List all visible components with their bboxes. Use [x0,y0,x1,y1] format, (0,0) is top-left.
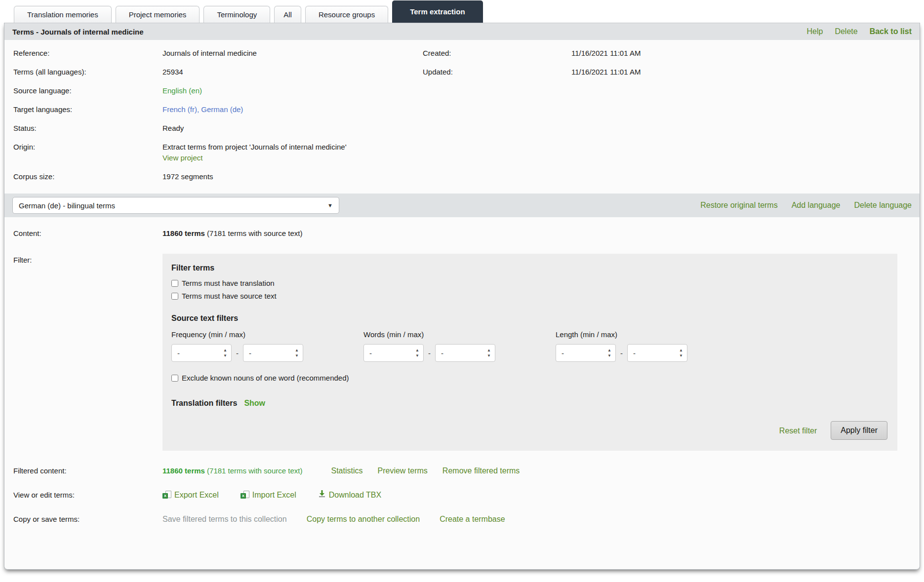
status-label: Status: [13,123,162,133]
terms-all-label: Terms (all languages): [13,67,162,77]
frequency-group-label: Frequency (min / max) [171,329,303,340]
length-group: Length (min / max) - ▲▼ - - ▲▼ [556,329,687,362]
words-min-input[interactable]: - ▲▼ [363,344,424,362]
language-select[interactable]: German (de) - bilingual terms ▼ [12,197,339,214]
words-max-input[interactable]: - ▲▼ [435,344,495,362]
content-row: Content: 11860 terms (7181 terms with so… [4,228,920,238]
filter-row: Filter: Filter terms Terms must have tra… [4,254,920,451]
target-languages-links[interactable]: French (fr), German (de) [162,104,423,115]
view-project-link[interactable]: View project [162,153,390,163]
spinner-up-icon[interactable]: ▲ [295,349,299,352]
spinner-down-icon[interactable]: ▼ [679,354,683,358]
frequency-min-input[interactable]: - ▲▼ [171,344,232,362]
source-language-link[interactable]: English (en) [162,85,423,96]
preview-terms-link[interactable]: Preview terms [378,466,428,476]
exclude-known-nouns-label: Exclude known nouns of one word (recomme… [182,373,349,383]
reset-filter-link[interactable]: Reset filter [779,426,817,436]
updated-label: Updated: [423,67,571,77]
tab-translation-memories[interactable]: Translation memories [14,6,112,23]
export-excel-label: Export Excel [174,490,219,500]
content-value: 11860 terms (7181 terms with source text… [162,228,302,238]
remove-filtered-terms-link[interactable]: Remove filtered terms [442,466,520,476]
delete-link[interactable]: Delete [835,27,857,36]
import-excel-link[interactable]: X Import Excel [241,490,296,500]
filter-terms-title: Filter terms [171,263,887,273]
filtered-content-values: 11860 terms (7181 terms with source text… [162,466,520,476]
create-a-termbase-link[interactable]: Create a termbase [440,514,505,524]
info-section: Reference: Journals of internal medicine… [4,40,920,194]
download-icon [318,490,326,500]
status-row: Status: Ready [13,123,897,133]
length-min-value: - [562,348,564,358]
length-max-input[interactable]: - ▲▼ [627,344,687,362]
terms-must-have-source-text-row[interactable]: Terms must have source text [171,291,887,301]
tab-resource-groups[interactable]: Resource groups [305,6,388,23]
created-value: 11/16/2021 11:01 AM [571,48,641,58]
help-link[interactable]: Help [806,27,823,36]
filtered-terms-summary: 11860 terms (7181 terms with source text… [162,466,302,476]
spinner-down-icon[interactable]: ▼ [415,354,419,358]
spinner-up-icon[interactable]: ▲ [487,349,491,352]
back-to-list-link[interactable]: Back to list [870,27,912,36]
translation-filters-row: Translation filters Show [171,398,887,408]
chevron-down-icon: ▼ [327,202,333,208]
delete-language-link[interactable]: Delete language [854,201,912,210]
add-language-link[interactable]: Add language [792,201,841,210]
words-max-spinner-arrows[interactable]: ▲▼ [487,349,491,358]
corpus-row: Corpus size: 1972 segments [13,171,897,182]
spinner-down-icon[interactable]: ▼ [487,354,491,358]
content-terms-count: 11860 terms [162,229,205,237]
terms-all-row: Terms (all languages): 25934 Updated: 11… [13,67,897,77]
frequency-min-spinner-arrows[interactable]: ▲▼ [223,349,227,358]
status-value: Ready [162,123,423,133]
terms-must-have-translation-checkbox[interactable] [171,280,178,287]
spinner-down-icon[interactable]: ▼ [223,354,227,358]
filtered-terms-count: 11860 terms [162,466,205,475]
spinner-up-icon[interactable]: ▲ [415,349,419,352]
reference-label: Reference: [13,48,162,58]
exclude-known-nouns-row[interactable]: Exclude known nouns of one word (recomme… [171,373,887,383]
tab-project-memories[interactable]: Project memories [116,6,200,23]
import-excel-label: Import Excel [252,490,296,500]
filtered-content-label: Filtered content: [13,466,162,476]
export-excel-link[interactable]: X Export Excel [162,490,219,500]
spinner-down-icon[interactable]: ▼ [295,354,299,358]
tab-term-extraction[interactable]: Term extraction [392,0,482,23]
spinner-up-icon[interactable]: ▲ [607,349,611,352]
tab-bar: Translation memories Project memories Te… [0,0,924,23]
frequency-max-input[interactable]: - ▲▼ [243,344,303,362]
range-separator: - [236,348,239,358]
words-pair: - ▲▼ - - ▲▼ [363,344,495,362]
words-min-spinner-arrows[interactable]: ▲▼ [415,349,419,358]
created-label: Created: [423,48,571,58]
exclude-known-nouns-checkbox[interactable] [171,375,178,382]
save-filtered-terms-disabled-link: Save filtered terms to this collection [162,514,287,524]
origin-value: Extract terms from project 'Journals of … [162,142,390,163]
corpus-value: 1972 segments [162,171,423,182]
apply-filter-button[interactable]: Apply filter [831,421,887,440]
restore-original-terms-link[interactable]: Restore original terms [700,201,778,210]
spinner-down-icon[interactable]: ▼ [607,354,611,358]
origin-row: Origin: Extract terms from project 'Jour… [13,142,897,163]
length-min-spinner-arrows[interactable]: ▲▼ [607,349,611,358]
tab-terminology[interactable]: Terminology [203,6,270,23]
tab-all[interactable]: All [274,6,301,23]
spinner-up-icon[interactable]: ▲ [223,349,227,352]
show-translation-filters-link[interactable]: Show [244,398,265,408]
copy-terms-to-another-collection-link[interactable]: Copy terms to another collection [307,514,420,524]
length-min-input[interactable]: - ▲▼ [556,344,616,362]
range-separator: - [428,348,431,358]
frequency-max-spinner-arrows[interactable]: ▲▼ [295,349,299,358]
translation-filters-title: Translation filters [171,398,237,408]
terms-must-have-translation-row[interactable]: Terms must have translation [171,278,887,288]
words-group: Words (min / max) - ▲▼ - - ▲▼ [363,329,495,362]
origin-text: Extract terms from project 'Journals of … [162,143,347,151]
download-tbx-label: Download TBX [329,490,381,500]
spinner-up-icon[interactable]: ▲ [679,349,683,352]
terms-must-have-source-text-checkbox[interactable] [171,293,178,300]
words-min-value: - [369,348,372,358]
target-languages-label: Target languages: [13,104,162,115]
length-max-spinner-arrows[interactable]: ▲▼ [679,349,683,358]
download-tbx-link[interactable]: Download TBX [318,490,381,500]
statistics-link[interactable]: Statistics [331,466,362,476]
